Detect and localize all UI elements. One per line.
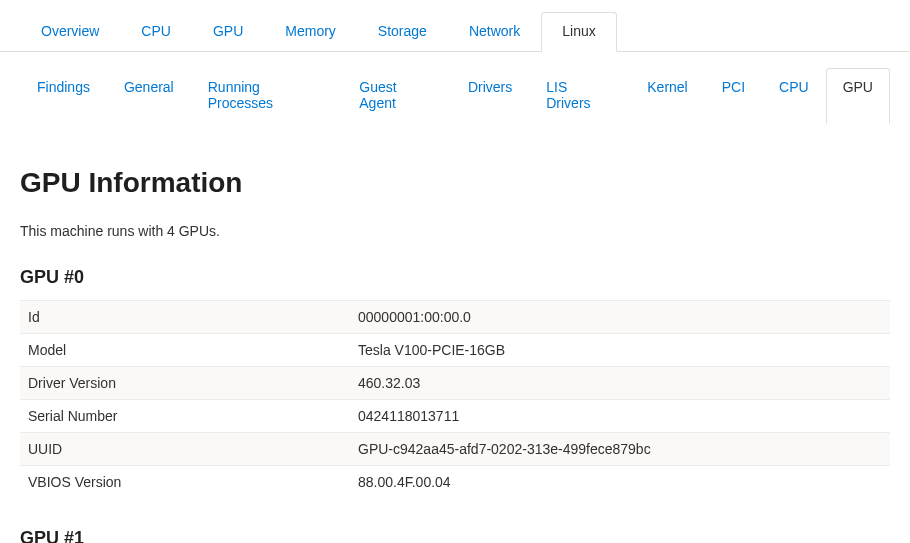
subtab-general[interactable]: General bbox=[107, 68, 191, 123]
primary-tabs: OverviewCPUGPUMemoryStorageNetworkLinux bbox=[0, 0, 910, 52]
subtab-findings[interactable]: Findings bbox=[20, 68, 107, 123]
tab-linux[interactable]: Linux bbox=[541, 12, 616, 52]
gpu-0-section: GPU #0 Id00000001:00:00.0ModelTesla V100… bbox=[20, 267, 890, 498]
page-title: GPU Information bbox=[20, 167, 890, 199]
subtab-cpu[interactable]: CPU bbox=[762, 68, 826, 123]
subtab-gpu[interactable]: GPU bbox=[826, 68, 890, 124]
tab-overview[interactable]: Overview bbox=[20, 12, 120, 51]
tab-network[interactable]: Network bbox=[448, 12, 541, 51]
tab-cpu[interactable]: CPU bbox=[120, 12, 192, 51]
table-row: Driver Version460.32.03 bbox=[20, 367, 890, 400]
table-row: VBIOS Version88.00.4F.00.04 bbox=[20, 466, 890, 499]
subtab-guest-agent[interactable]: Guest Agent bbox=[342, 68, 451, 123]
gpu-count-text: This machine runs with 4 GPUs. bbox=[20, 223, 890, 239]
property-value: 0424118013711 bbox=[350, 400, 890, 433]
gpu-1-title: GPU #1 bbox=[20, 528, 890, 543]
table-row: ModelTesla V100-PCIE-16GB bbox=[20, 334, 890, 367]
property-key: Model bbox=[20, 334, 350, 367]
property-value: 460.32.03 bbox=[350, 367, 890, 400]
property-key: UUID bbox=[20, 433, 350, 466]
tab-storage[interactable]: Storage bbox=[357, 12, 448, 51]
table-row: Serial Number0424118013711 bbox=[20, 400, 890, 433]
property-key: Driver Version bbox=[20, 367, 350, 400]
secondary-tabs: FindingsGeneralRunning ProcessesGuest Ag… bbox=[0, 52, 910, 123]
content-area: GPU Information This machine runs with 4… bbox=[0, 123, 910, 543]
gpu-1-section: GPU #1 bbox=[20, 528, 890, 543]
property-key: Id bbox=[20, 301, 350, 334]
subtab-kernel[interactable]: Kernel bbox=[630, 68, 704, 123]
table-row: UUIDGPU-c942aa45-afd7-0202-313e-499fece8… bbox=[20, 433, 890, 466]
table-row: Id00000001:00:00.0 bbox=[20, 301, 890, 334]
property-key: VBIOS Version bbox=[20, 466, 350, 499]
gpu-0-table: Id00000001:00:00.0ModelTesla V100-PCIE-1… bbox=[20, 300, 890, 498]
tab-gpu[interactable]: GPU bbox=[192, 12, 264, 51]
subtab-pci[interactable]: PCI bbox=[705, 68, 762, 123]
gpu-0-title: GPU #0 bbox=[20, 267, 890, 288]
property-value: 00000001:00:00.0 bbox=[350, 301, 890, 334]
property-key: Serial Number bbox=[20, 400, 350, 433]
subtab-drivers[interactable]: Drivers bbox=[451, 68, 529, 123]
subtab-lis-drivers[interactable]: LIS Drivers bbox=[529, 68, 630, 123]
property-value: GPU-c942aa45-afd7-0202-313e-499fece879bc bbox=[350, 433, 890, 466]
subtab-running-processes[interactable]: Running Processes bbox=[191, 68, 343, 123]
tab-memory[interactable]: Memory bbox=[264, 12, 357, 51]
property-value: Tesla V100-PCIE-16GB bbox=[350, 334, 890, 367]
property-value: 88.00.4F.00.04 bbox=[350, 466, 890, 499]
